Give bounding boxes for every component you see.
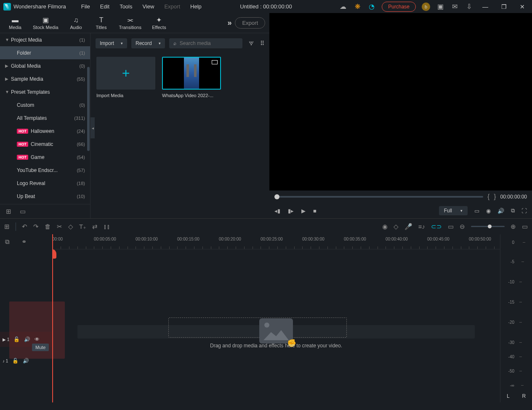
volume-icon[interactable]: 🔊 [497,208,504,214]
lock-icon[interactable]: 🔓 [13,336,20,342]
tab-effects[interactable]: ✦ Effects [146,15,172,32]
sidebar-item[interactable]: YouTube Endscr...(57) [0,164,90,177]
search-input[interactable] [180,40,238,46]
zoom-out-icon[interactable]: ⊖ [460,223,465,230]
sidebar-scrollbar[interactable] [87,67,90,151]
split-icon[interactable]: ✂ [57,223,62,230]
sidebar-item[interactable]: Folder(1) [0,46,90,59]
playhead-handle[interactable] [52,249,56,259]
link-icon[interactable]: ⚭ [21,238,27,246]
tag-icon[interactable]: ◇ [68,223,73,230]
maximize-button[interactable]: ❐ [497,3,510,11]
fullscreen-icon[interactable]: ⛶ [521,208,527,214]
close-button[interactable]: ✕ [516,3,529,11]
prev-frame-icon[interactable]: ◂▮ [274,208,280,214]
download-icon[interactable]: ⇩ [465,3,473,11]
marker-icon[interactable]: ◇ [394,223,399,230]
tab-stock-media[interactable]: ▣ Stock Media [28,15,64,32]
headphones-icon[interactable]: ◔ [367,3,376,11]
delete-icon[interactable]: 🗑 [45,223,51,230]
preview-video[interactable] [269,13,532,190]
voiceover-icon[interactable]: 🎤 [404,223,412,230]
sidebar-item[interactable]: HOTHalloween(24) [0,124,90,138]
import-dropdown[interactable]: Import ▾ [96,38,127,48]
export-button[interactable]: Export [235,17,265,29]
mute-icon[interactable]: 🔊 [24,336,30,342]
sidebar-item[interactable]: ▶Sample Media(55) [0,72,90,85]
import-media-tile[interactable]: + Import Media [96,57,155,98]
audio-mixer-icon[interactable]: ≡♪ [418,223,425,230]
sidebar-item[interactable]: All Templates(311) [0,111,90,124]
undo-icon[interactable]: ↶ [22,223,27,230]
purchase-button[interactable]: Purchase [382,2,416,12]
in-point-icon[interactable]: { [487,193,489,201]
redo-icon[interactable]: ↷ [33,223,39,230]
grid-view-icon[interactable]: ⠿ [260,40,264,47]
mixer-icon[interactable]: ⫿⫿ [104,223,110,230]
search-box[interactable]: ⌕ [169,38,242,48]
text-add-icon[interactable]: T₊ [79,223,86,230]
collapse-sidebar-button[interactable]: ◂ [90,117,95,138]
more-tabs-icon[interactable]: » [227,19,231,27]
lightbulb-icon[interactable]: ❋ [353,3,362,11]
tab-transitions[interactable]: ⫘ Transitions [114,15,146,32]
fit-zoom-icon[interactable]: ▭ [522,223,528,230]
sidebar-item[interactable]: ▼Project Media(1) [0,33,90,46]
scrubber-track[interactable] [274,196,483,198]
mail-icon[interactable]: ✉ [450,3,459,11]
timeline-tracks[interactable]: 00:0000:00:05:0000:00:10:0000:00:15:0000… [52,234,500,402]
out-point-icon[interactable]: } [494,193,496,201]
render-icon[interactable]: ◉ [382,223,388,230]
layers-icon[interactable]: ⧉ [5,238,10,246]
menu-file[interactable]: File [77,2,94,11]
snapshot-icon[interactable]: ◉ [486,208,491,214]
cloud-icon[interactable]: ☁ [339,3,347,11]
magnet-icon[interactable]: ⊂⊃ [431,223,442,230]
compare-icon[interactable]: ⧉ [511,207,515,214]
zoom-handle[interactable] [488,225,492,228]
folder-icon[interactable]: ▭ [20,208,26,215]
drop-hint-text: Drag and drop media and effects here to … [52,343,500,349]
sidebar-item[interactable]: Custom(0) [0,98,90,111]
sidebar-item[interactable]: ▼Preset Templates [0,85,90,98]
fit-icon[interactable]: ▭ [448,223,454,230]
media-clip[interactable]: WhatsApp Video 2022-... [162,57,221,98]
sidebar-item[interactable]: HOTGame(54) [0,151,90,164]
new-folder-icon[interactable]: ⊞ [6,208,11,215]
menu-view[interactable]: View [138,2,158,11]
adjust-icon[interactable]: ⇄ [92,223,98,230]
timeline-ruler[interactable]: 00:0000:00:05:0000:00:10:0000:00:15:0000… [52,234,500,249]
scrubber-handle[interactable] [274,194,279,199]
visibility-icon[interactable]: 👁 [35,336,40,342]
sidebar-item[interactable]: ▶Global Media(0) [0,59,90,72]
display-icon[interactable]: ▭ [474,208,479,214]
playhead[interactable] [52,234,53,402]
save-icon[interactable]: ▣ [436,3,444,11]
grid-icon[interactable]: ⊞ [4,223,10,230]
sidebar-item[interactable]: Logo Reveal(18) [0,177,90,190]
tab-audio[interactable]: ♫ Audio [64,15,89,32]
zoom-in-icon[interactable]: ⊕ [511,223,516,230]
filter-icon[interactable]: ⩔ [248,40,254,47]
tab-titles[interactable]: T Titles [89,15,114,32]
tree-label: Custom [17,102,80,108]
tab-media[interactable]: ▬ Media [3,15,28,32]
mute-icon[interactable]: 🔊 [23,358,29,364]
audio-track-header[interactable]: ♪ 1 🔓 🔊 [0,355,52,366]
db-mark: -40 [508,354,514,359]
sidebar-item[interactable]: HOTCinematic(66) [0,138,90,151]
zoom-slider[interactable] [471,226,505,227]
menu-edit[interactable]: Edit [96,2,114,11]
quality-dropdown[interactable]: Full ▾ [439,206,468,215]
lock-icon[interactable]: 🔓 [12,358,19,364]
record-dropdown[interactable]: Record ▾ [131,38,165,48]
next-frame-icon[interactable]: ▮▸ [288,208,294,214]
user-avatar[interactable]: b [422,3,430,11]
play-icon[interactable]: ▶ [301,208,306,214]
minimize-button[interactable]: — [479,3,492,11]
menu-tools[interactable]: Tools [115,2,136,11]
menu-help[interactable]: Help [186,2,206,11]
tree-label: Up Beat [17,193,77,199]
stop-icon[interactable]: ■ [313,208,317,214]
sidebar-item[interactable]: Up Beat(10) [0,190,90,203]
